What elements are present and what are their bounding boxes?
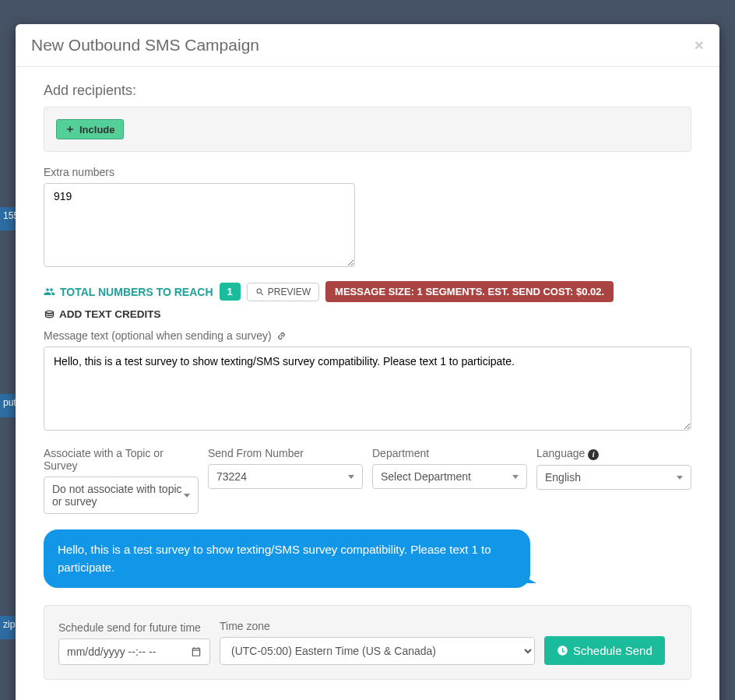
recipients-well: ＋ Include xyxy=(44,107,691,152)
department-value: Select Department xyxy=(381,470,471,483)
from-number-label: Send From Number xyxy=(208,447,363,459)
modal-header: New Outbound SMS Campaign × xyxy=(16,24,719,67)
users-icon xyxy=(44,286,55,297)
language-value: English xyxy=(545,471,581,484)
chevron-down-icon xyxy=(677,476,683,480)
preview-button-label: PREVIEW xyxy=(268,287,311,297)
schedule-date-input[interactable]: mm/dd/yyyy --:-- -- xyxy=(58,638,210,665)
include-button[interactable]: ＋ Include xyxy=(56,119,124,139)
schedule-send-label: Schedule Send xyxy=(573,644,652,657)
associate-value: Do not associate with topic or survey xyxy=(52,483,184,508)
info-icon[interactable]: i xyxy=(588,449,599,460)
language-select[interactable]: English xyxy=(536,465,691,490)
extra-numbers-label: Extra numbers xyxy=(44,166,691,178)
search-icon xyxy=(255,287,265,297)
schedule-well: Schedule send for future time mm/dd/yyyy… xyxy=(44,605,691,680)
chevron-down-icon xyxy=(512,475,519,479)
modal-body: Add recipients: ＋ Include Extra numbers … xyxy=(16,67,719,700)
associate-select[interactable]: Do not associate with topic or survey xyxy=(44,477,199,514)
message-text-input[interactable] xyxy=(44,346,691,431)
message-preview-bubble: Hello, this is a test survey to show tex… xyxy=(44,529,530,588)
link-icon[interactable] xyxy=(276,331,287,341)
from-number-select[interactable]: 73224 xyxy=(208,464,363,489)
calendar-icon xyxy=(191,646,202,657)
include-button-label: Include xyxy=(79,124,115,135)
close-icon[interactable]: × xyxy=(695,36,704,55)
sms-campaign-modal: New Outbound SMS Campaign × Add recipien… xyxy=(16,24,719,700)
message-label-text: Message text (optional when sending a su… xyxy=(44,329,272,342)
associate-label: Associate with a Topic or Survey xyxy=(44,447,199,472)
total-numbers-text: TOTAL NUMBERS TO REACH xyxy=(60,286,213,298)
select-row: Associate with a Topic or Survey Do not … xyxy=(44,447,691,514)
chevron-down-icon xyxy=(348,475,354,479)
clock-icon xyxy=(557,645,568,656)
extra-numbers-input[interactable] xyxy=(44,183,355,267)
language-label: Language i xyxy=(536,447,691,460)
modal-title: New Outbound SMS Campaign xyxy=(31,36,259,55)
department-select[interactable]: Select Department xyxy=(372,464,527,489)
schedule-send-button[interactable]: Schedule Send xyxy=(544,636,665,665)
department-label: Department xyxy=(372,447,527,459)
stats-row: TOTAL NUMBERS TO REACH 1 PREVIEW MESSAGE… xyxy=(44,281,691,320)
add-credits-link[interactable]: ADD TEXT CREDITS xyxy=(44,308,161,320)
coins-icon xyxy=(44,308,55,320)
total-count-badge: 1 xyxy=(220,283,241,301)
schedule-date-placeholder: mm/dd/yyyy --:-- -- xyxy=(67,645,156,658)
schedule-date-label: Schedule send for future time xyxy=(58,621,210,634)
add-recipients-label: Add recipients: xyxy=(44,83,691,99)
timezone-select[interactable]: (UTC-05:00) Eastern Time (US & Canada) xyxy=(220,637,535,665)
plus-icon: ＋ xyxy=(65,122,76,136)
total-numbers-label: TOTAL NUMBERS TO REACH xyxy=(44,286,213,298)
cost-badge: MESSAGE SIZE: 1 SEGMENTS. EST. SEND COST… xyxy=(325,281,614,302)
from-number-value: 73224 xyxy=(216,470,247,483)
timezone-label: Time zone xyxy=(220,620,535,632)
preview-bubble-row: Hello, this is a test survey to show tex… xyxy=(44,529,691,588)
chevron-down-icon xyxy=(184,494,190,498)
add-credits-label: ADD TEXT CREDITS xyxy=(59,308,161,320)
preview-button[interactable]: PREVIEW xyxy=(247,283,319,301)
message-text-label: Message text (optional when sending a su… xyxy=(44,329,691,342)
